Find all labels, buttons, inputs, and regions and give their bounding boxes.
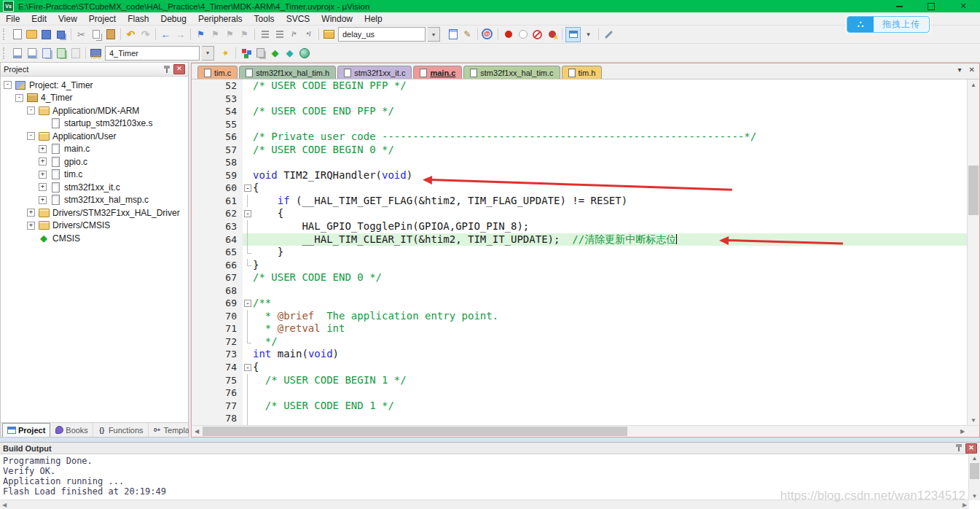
line-number[interactable]: 72	[192, 335, 243, 349]
close-panel-icon[interactable]	[173, 64, 185, 74]
code-line-66[interactable]: 66}	[192, 259, 967, 272]
line-number[interactable]: 59	[192, 169, 243, 182]
scroll-up-icon[interactable]: ▲	[969, 454, 980, 462]
bp-enable-icon[interactable]	[516, 28, 530, 42]
line-number[interactable]: 52	[192, 79, 243, 93]
select-packs-icon[interactable]	[283, 46, 297, 60]
code-line-58[interactable]: 58	[192, 156, 967, 169]
pack-installer-icon[interactable]	[297, 46, 311, 60]
tree-expander-icon[interactable]: -	[4, 81, 12, 89]
code-line-75[interactable]: 75 /* USER CODE BEGIN 1 */	[192, 374, 967, 387]
line-number[interactable]: 66	[192, 259, 243, 272]
build-output-vertical-scrollbar[interactable]: ▲ ▼	[968, 454, 980, 500]
editor-tab-stm32f1xx_hal_tim.h[interactable]: stm32f1xx_hal_tim.h	[239, 66, 336, 79]
tree-item[interactable]: +tim.c	[1, 168, 188, 182]
bookmark-next-icon[interactable]	[223, 28, 237, 42]
editor-tab-stm32f1xx_hal_tim.c[interactable]: stm32f1xx_hal_tim.c	[463, 66, 560, 79]
editor-tab-tim.c[interactable]: tim.c	[197, 66, 238, 79]
code-line-54[interactable]: 54/* USER CODE END PFP */	[192, 105, 967, 118]
line-number[interactable]: 74	[192, 361, 243, 374]
tree-expander-icon[interactable]: +	[39, 196, 47, 204]
indent-icon[interactable]	[258, 28, 272, 42]
code-line-61[interactable]: 61 if (__HAL_TIM_GET_FLAG(&htim2, TIM_FL…	[192, 195, 967, 208]
code-line-69[interactable]: 69/**	[192, 297, 967, 310]
tree-expander-icon[interactable]: -	[15, 94, 23, 102]
menu-item-view[interactable]: View	[52, 12, 83, 25]
line-number[interactable]: 60	[192, 182, 243, 195]
code-line-78[interactable]: 78	[192, 412, 967, 425]
tree-expander-icon[interactable]: +	[39, 145, 47, 153]
rebuild-icon[interactable]	[39, 46, 53, 60]
line-number[interactable]: 67	[192, 271, 243, 284]
code-line-59[interactable]: 59void TIM2_IRQHandler(void)	[192, 169, 967, 182]
line-number[interactable]: 65	[192, 246, 243, 259]
line-number[interactable]: 64	[192, 233, 243, 246]
editor-tab-stm32f1xx_it.c[interactable]: stm32f1xx_it.c	[337, 66, 412, 79]
line-number[interactable]: 55	[192, 118, 243, 131]
menu-item-debug[interactable]: Debug	[155, 12, 192, 25]
menu-item-edit[interactable]: Edit	[26, 12, 52, 25]
scrollbar-thumb[interactable]	[970, 463, 979, 479]
tree-expander-icon[interactable]: +	[27, 209, 35, 217]
tree-item[interactable]: +Drivers/CMSIS	[1, 219, 188, 233]
menu-item-help[interactable]: Help	[358, 12, 388, 25]
ddw-arrow-icon[interactable]	[581, 28, 595, 42]
line-number[interactable]: 71	[192, 322, 243, 335]
menu-item-flash[interactable]: Flash	[122, 12, 154, 25]
nav-back-icon[interactable]	[159, 28, 173, 42]
scroll-up-icon[interactable]: ▲	[968, 79, 979, 90]
tree-item[interactable]: +stm32f1xx_hal_msp.c	[1, 194, 188, 207]
line-number[interactable]: 63	[192, 220, 243, 233]
menu-item-svcs[interactable]: SVCS	[281, 12, 316, 25]
bookmark-clear-icon[interactable]	[238, 28, 251, 42]
goto-icon[interactable]	[460, 28, 474, 42]
tree-item[interactable]: -4_Timer	[1, 92, 188, 105]
bookmark-prev-icon[interactable]	[208, 28, 222, 42]
target-select[interactable]: 4_Timer	[105, 46, 200, 61]
undo-icon[interactable]	[124, 28, 138, 42]
tree-item[interactable]: CMSIS	[1, 232, 188, 245]
save-all-icon[interactable]	[54, 28, 68, 42]
options-wand-icon[interactable]	[219, 46, 232, 60]
code-line-55[interactable]: 55	[192, 118, 967, 131]
panel-tab-books[interactable]: Books	[50, 423, 93, 437]
code-line-68[interactable]: 68	[192, 284, 967, 298]
line-number[interactable]: 77	[192, 400, 243, 413]
tree-item[interactable]: -Project: 4_Timer	[1, 79, 188, 92]
uncomment-icon[interactable]	[302, 28, 315, 42]
load-icon[interactable]	[89, 46, 103, 60]
scroll-left-icon[interactable]: ◀	[0, 500, 9, 509]
build-icon[interactable]	[25, 46, 39, 60]
search-combo-dropdown[interactable]: ▾	[428, 27, 440, 42]
code-line-73[interactable]: 73int main(void)	[192, 348, 967, 361]
tree-item[interactable]: -Application/User	[1, 130, 188, 143]
line-number[interactable]: 56	[192, 131, 243, 144]
code-line-62[interactable]: 62 {	[192, 207, 967, 220]
save-icon[interactable]	[39, 28, 53, 42]
line-number[interactable]: 75	[192, 374, 243, 387]
file-extensions-icon[interactable]	[254, 46, 267, 60]
bp-kill-all-icon[interactable]	[545, 28, 559, 42]
at-magnifier-icon[interactable]	[481, 28, 495, 42]
toolbar-grip[interactable]	[3, 47, 7, 59]
new-file-icon[interactable]	[10, 28, 24, 42]
code-line-77[interactable]: 77 /* USER CODE END 1 */	[192, 400, 967, 413]
tree-item[interactable]: startup_stm32f103xe.s	[1, 117, 188, 131]
menu-item-tools[interactable]: Tools	[248, 12, 281, 25]
code-line-64[interactable]: 64 __HAL_TIM_CLEAR_IT(&htim2, TIM_IT_UPD…	[192, 233, 967, 246]
line-number[interactable]: 53	[192, 93, 243, 106]
editor-tab-tim.h[interactable]: tim.h	[562, 66, 603, 79]
panel-tab-functions[interactable]: Functions	[93, 423, 149, 437]
code-line-74[interactable]: 74{	[192, 361, 967, 374]
netdisk-upload-badge[interactable]: 拖拽上传	[847, 16, 930, 33]
code-line-67[interactable]: 67/* USER CODE END 0 */	[192, 271, 967, 284]
line-number[interactable]: 69	[192, 297, 243, 310]
close-document-icon[interactable]: ✕	[969, 66, 975, 74]
target-select-dropdown[interactable]: ▾	[202, 46, 214, 61]
menu-item-peripherals[interactable]: Peripherals	[192, 12, 248, 25]
scroll-down-icon[interactable]: ▼	[969, 491, 980, 500]
menu-item-window[interactable]: Window	[315, 12, 358, 25]
fold-open-icon[interactable]	[243, 297, 253, 310]
close-button[interactable]	[949, 1, 977, 12]
line-number[interactable]: 68	[192, 284, 243, 298]
